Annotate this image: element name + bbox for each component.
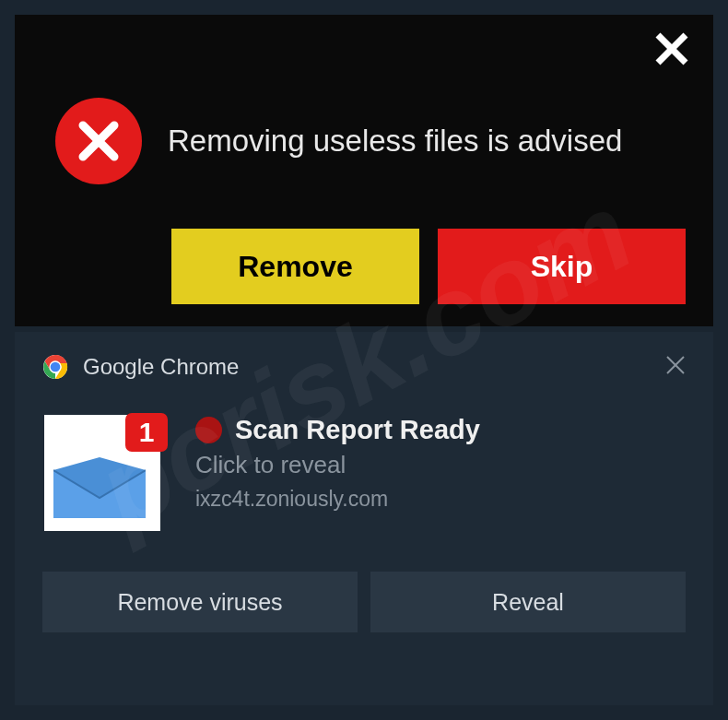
notification-app-name: Google Chrome xyxy=(83,354,239,380)
red-dot-icon xyxy=(195,417,222,443)
alert-button-row: Remove Skip xyxy=(42,229,686,304)
browser-notification: Google Chrome 1 Scan Report Ready Click … xyxy=(15,332,713,705)
chrome-icon xyxy=(42,354,68,380)
notification-title: Scan Report Ready xyxy=(235,415,480,445)
notification-button-row: Remove viruses Reveal xyxy=(42,572,686,632)
notification-header-left: Google Chrome xyxy=(42,354,239,380)
remove-button[interactable]: Remove xyxy=(171,229,419,304)
notification-domain: ixzc4t.zoniously.com xyxy=(195,487,480,512)
notification-header: Google Chrome xyxy=(42,354,686,380)
mail-icon: 1 xyxy=(44,415,160,531)
close-icon[interactable] xyxy=(654,31,689,70)
alert-message-row: Removing useless files is advised xyxy=(42,98,686,184)
remove-viruses-button[interactable]: Remove viruses xyxy=(42,572,358,632)
notification-text-column: Scan Report Ready Click to reveal ixzc4t… xyxy=(195,415,480,531)
notification-close-icon[interactable] xyxy=(665,355,686,379)
alert-popup: Removing useless files is advised Remove… xyxy=(15,15,713,326)
notification-badge: 1 xyxy=(125,413,168,452)
notification-subtitle: Click to reveal xyxy=(195,451,480,479)
notification-body: 1 Scan Report Ready Click to reveal ixzc… xyxy=(42,415,686,531)
skip-button[interactable]: Skip xyxy=(438,229,686,304)
alert-message-text: Removing useless files is advised xyxy=(168,124,622,159)
reveal-button[interactable]: Reveal xyxy=(370,572,686,632)
notification-title-row: Scan Report Ready xyxy=(195,415,480,445)
error-icon xyxy=(55,98,142,184)
